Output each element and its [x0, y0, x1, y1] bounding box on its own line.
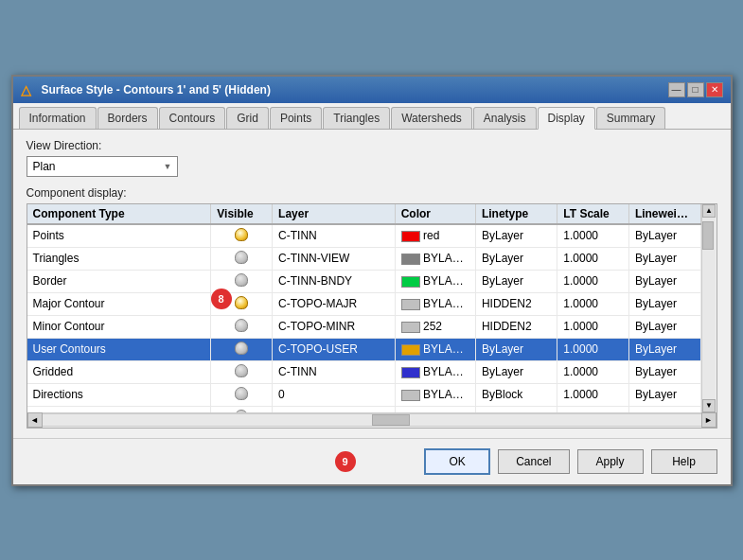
header-row: Component TypeVisibleLayerColorLinetypeL…: [27, 204, 701, 224]
cell-linetype: ByBlock: [475, 406, 557, 412]
visibility-bulb-icon[interactable]: [235, 364, 248, 377]
ok-button[interactable]: OK: [424, 448, 490, 475]
cell-visible[interactable]: [211, 338, 273, 360]
visibility-bulb-icon[interactable]: [235, 251, 248, 264]
cell-visible[interactable]: [211, 247, 273, 270]
cell-linetype: ByLayer: [475, 224, 557, 248]
color-swatch-icon: [401, 299, 420, 310]
horizontal-scrollbar[interactable]: ◄ ►: [27, 412, 716, 428]
visibility-bulb-icon[interactable]: [235, 410, 248, 412]
content-area: View Direction: Plan Component display: …: [13, 130, 731, 438]
col-lt-scale: LT Scale: [557, 204, 629, 224]
cell-lineweight: ByLayer: [628, 360, 700, 383]
scroll-thumb-y[interactable]: [702, 221, 714, 250]
color-swatch-icon: [401, 276, 420, 288]
cell-visible[interactable]: [211, 292, 273, 315]
cell-visible[interactable]: [211, 383, 273, 406]
table-row[interactable]: GriddedC-TINN BYLA…ByLayer1.0000ByLayer: [27, 360, 701, 383]
scroll-left-button[interactable]: ◄: [27, 412, 43, 428]
tab-borders[interactable]: Borders: [97, 107, 158, 129]
cell-lt-scale: 1.0000: [557, 338, 629, 360]
table-header: Component TypeVisibleLayerColorLinetypeL…: [27, 204, 701, 224]
scroll-track-x: [43, 413, 701, 427]
close-button[interactable]: ✕: [706, 82, 723, 97]
apply-button[interactable]: Apply: [577, 449, 644, 474]
cell-lineweight: ByLayer: [628, 406, 700, 412]
main-window: △ Surface Style - Contours 1' and 5' (Hi…: [11, 75, 733, 486]
table-row[interactable]: Directions0 BYLA…ByBlock1.0000ByLayer: [27, 383, 701, 406]
tab-triangles[interactable]: Triangles: [323, 107, 390, 129]
app-icon: △: [21, 82, 36, 97]
cell-visible[interactable]: [211, 406, 273, 412]
view-direction-select[interactable]: Plan: [27, 156, 178, 177]
cell-visible[interactable]: [211, 270, 273, 292]
cell-visible[interactable]: [211, 315, 273, 338]
tab-analysis[interactable]: Analysis: [473, 107, 537, 129]
visibility-bulb-icon[interactable]: [235, 387, 248, 400]
table-flex: Component TypeVisibleLayerColorLinetypeL…: [27, 204, 716, 412]
tab-contours[interactable]: Contours: [159, 107, 226, 129]
cell-linetype: ByLayer: [475, 270, 557, 292]
cell-linetype: HIDDEN2: [475, 315, 557, 338]
cell-color[interactable]: BYLA…: [395, 360, 475, 383]
table-row[interactable]: PointsC-TINN redByLayer1.0000ByLayer: [27, 224, 701, 248]
table-section: 8 Component TypeVisibleLayerColorLinetyp…: [27, 203, 717, 429]
table-row[interactable]: BorderC-TINN-BNDY BYLA…ByLayer1.0000ByLa…: [27, 270, 701, 292]
tab-display[interactable]: Display: [538, 107, 595, 130]
minimize-button[interactable]: —: [668, 82, 685, 97]
cell-lineweight: ByLayer: [628, 315, 700, 338]
table-row[interactable]: Minor ContourC-TOPO-MINR 252HIDDEN21.000…: [27, 315, 701, 338]
cancel-button[interactable]: Cancel: [498, 449, 569, 474]
scroll-thumb-x[interactable]: [372, 414, 410, 426]
visibility-bulb-icon[interactable]: [235, 228, 248, 241]
dropdown-row: Plan: [27, 156, 717, 177]
scroll-up-button[interactable]: ▲: [702, 204, 716, 218]
cell-color[interactable]: BYLA…: [395, 270, 475, 292]
table-row[interactable]: Major ContourC-TOPO-MAJR BYLA…HIDDEN21.0…: [27, 292, 701, 315]
visibility-bulb-icon[interactable]: [235, 273, 248, 287]
vertical-scrollbar[interactable]: ▲ ▼: [701, 204, 716, 412]
scroll-track-y: [702, 218, 716, 399]
table-row[interactable]: TrianglesC-TINN-VIEW BYLA…ByLayer1.0000B…: [27, 247, 701, 270]
tab-grid[interactable]: Grid: [226, 107, 269, 129]
cell-component-type: Gridded: [27, 360, 211, 383]
cell-component-type: Major Contour: [27, 292, 211, 315]
maximize-button[interactable]: □: [687, 82, 704, 97]
cell-lineweight: ByLayer: [628, 224, 700, 248]
tab-watersheds[interactable]: Watersheds: [391, 107, 472, 129]
visibility-bulb-icon[interactable]: [235, 296, 248, 309]
cell-color[interactable]: BYLA…: [395, 406, 475, 412]
color-swatch-icon: [401, 390, 420, 401]
view-direction-label: View Direction:: [27, 139, 717, 152]
table-row[interactable]: User ContoursC-TOPO-USER BYLA…ByLayer1.0…: [27, 338, 701, 360]
cell-color[interactable]: red: [395, 224, 475, 248]
cell-color[interactable]: 252: [395, 315, 475, 338]
cell-linetype: ByLayer: [475, 247, 557, 270]
scroll-down-button[interactable]: ▼: [702, 399, 716, 412]
cell-color[interactable]: BYLA…: [395, 292, 475, 315]
title-bar: △ Surface Style - Contours 1' and 5' (Hi…: [13, 77, 731, 103]
cell-visible[interactable]: [211, 360, 273, 383]
color-swatch-icon: [401, 367, 420, 378]
scroll-right-button[interactable]: ►: [701, 412, 716, 428]
cell-component-type: Triangles: [27, 247, 211, 270]
visibility-bulb-icon[interactable]: [235, 319, 248, 332]
cell-lt-scale: 1.0000: [557, 224, 629, 248]
help-button[interactable]: Help: [651, 449, 717, 474]
cell-visible[interactable]: [211, 224, 273, 248]
table-row[interactable]: Elevations0 BYLA…ByBlock1.0000ByLayer: [27, 406, 701, 412]
color-swatch-icon: [401, 254, 420, 265]
cell-color[interactable]: BYLA…: [395, 383, 475, 406]
tab-points[interactable]: Points: [270, 107, 322, 129]
color-swatch-icon: [401, 344, 420, 356]
visibility-bulb-icon[interactable]: [235, 341, 248, 355]
tab-summary[interactable]: Summary: [596, 107, 665, 129]
tab-information[interactable]: Information: [19, 107, 97, 129]
table-scroll-area[interactable]: Component TypeVisibleLayerColorLinetypeL…: [27, 204, 701, 412]
cell-color[interactable]: BYLA…: [395, 338, 475, 360]
cell-lineweight: ByLayer: [628, 270, 700, 292]
window-title: Surface Style - Contours 1' and 5' (Hidd…: [42, 83, 271, 96]
cell-color[interactable]: BYLA…: [395, 247, 475, 270]
tab-bar: InformationBordersContoursGridPointsTria…: [13, 103, 731, 130]
title-buttons: — □ ✕: [668, 82, 723, 97]
